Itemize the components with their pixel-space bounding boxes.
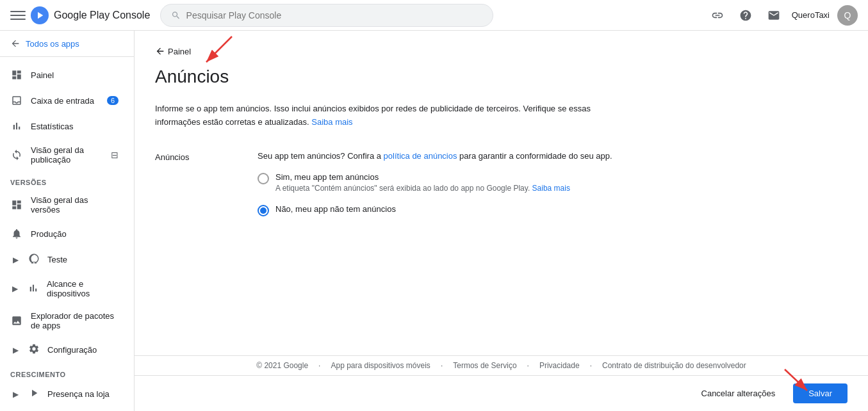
back-label: Todos os apps — [26, 39, 79, 49]
extra-icon: ⊟ — [111, 150, 119, 160]
content-area: Painel Anúncios Informe se o app — [135, 31, 868, 375]
user-chip[interactable]: QueroTaxi — [792, 10, 830, 20]
menu-icon[interactable] — [10, 8, 26, 23]
info-text-content: Informe se o app tem anúncios. Isso incl… — [155, 104, 591, 127]
radio-yes-sublabel-text: A etiqueta "Contém anúncios" será exibid… — [275, 184, 530, 193]
radio-no-option[interactable]: Não, meu app não tem anúncios — [258, 204, 770, 216]
presenca-icon — [28, 387, 40, 401]
svg-line-1 — [206, 36, 232, 62]
footer-contract-link[interactable]: Contrato de distribuição do desenvolvedo… — [602, 361, 746, 370]
radio-yes-learn-more[interactable]: Saiba mais — [532, 184, 570, 193]
sidebar-item-presenca-loja[interactable]: ▶ Presença na loja — [0, 381, 134, 407]
policy-link[interactable]: política de anúncios — [384, 151, 457, 161]
caixa-entrada-label: Caixa de entrada — [31, 96, 94, 106]
radio-yes-button[interactable] — [258, 173, 269, 184]
sidebar-item-caixa-entrada[interactable]: Caixa de entrada 6 — [0, 88, 129, 113]
back-to-all-apps[interactable]: Todos os apps — [0, 31, 134, 57]
sidebar-item-alcance[interactable]: ▶ Alcance e dispositivos — [0, 273, 134, 305]
estatisticas-label: Estatísticas — [31, 122, 73, 131]
radio-no-button[interactable] — [258, 205, 269, 216]
copyright: © 2021 Google — [256, 361, 308, 370]
sidebar-item-teste[interactable]: ▶ Teste — [0, 246, 134, 273]
teste-label: Teste — [47, 255, 67, 264]
app-header: Google Play Console QueroTaxi Q — [0, 0, 868, 31]
radio-yes-content: Sim, meu app tem anúncios A etiqueta "Co… — [275, 172, 570, 194]
form-section: Anúncios Seu app tem anúncios? Confira a… — [155, 150, 770, 227]
configuracao-label: Configuração — [47, 345, 97, 355]
alcance-label: Alcance e dispositivos — [47, 279, 124, 298]
sidebar-item-estatisticas[interactable]: Estatísticas — [0, 113, 129, 139]
back-link[interactable]: Painel — [155, 46, 191, 56]
footer-bar: © 2021 Google · App para dispositivos mó… — [135, 355, 868, 375]
form-description-suffix: para garantir a conformidade do seu app. — [457, 151, 612, 161]
estatisticas-icon — [10, 120, 23, 133]
saiba-mais-link[interactable]: Saiba mais — [311, 117, 352, 127]
crescimento-section-title: Crescimento — [0, 363, 134, 381]
sidebar-item-painel[interactable]: Painel — [0, 62, 129, 88]
page-title: Anúncios — [155, 67, 848, 87]
back-arrow-icon — [10, 38, 20, 49]
sidebar-item-visao-geral-publicacao[interactable]: Visão geral da publicação ⊟ — [0, 139, 129, 171]
expand-arrow-alcance-icon: ▶ — [10, 284, 20, 294]
expand-arrow-presenca-icon: ▶ — [10, 389, 20, 399]
painel-label: Painel — [31, 70, 54, 80]
teste-icon — [28, 253, 40, 266]
radio-yes-sublabel: A etiqueta "Contém anúncios" será exibid… — [275, 183, 570, 194]
sidebar-item-producao[interactable]: Produção — [0, 221, 129, 246]
visao-geral-publicacao-label: Visão geral da publicação — [31, 145, 103, 165]
back-arrow-small-icon — [155, 46, 165, 56]
red-arrow-annotation — [193, 33, 245, 72]
visao-geral-versoes-icon — [10, 198, 23, 211]
footer-terms-link[interactable]: Termos de Serviço — [453, 361, 516, 370]
producao-label: Produção — [31, 229, 67, 239]
radio-no-content: Não, meu app não tem anúncios — [275, 204, 396, 214]
sidebar-item-configuracao[interactable]: ▶ Configuração — [0, 337, 134, 363]
link-icon[interactable] — [707, 5, 728, 26]
painel-icon — [10, 68, 23, 81]
search-icon — [171, 10, 181, 20]
sidebar-item-explorador-pacotes[interactable]: Explorador de pacotes de apps — [0, 305, 129, 337]
search-bar[interactable] — [160, 4, 493, 27]
visao-geral-versoes-label: Visão geral das versões — [31, 195, 119, 214]
form-content: Seu app tem anúncios? Confira a política… — [258, 150, 770, 227]
visao-geral-publicacao-icon — [10, 149, 23, 161]
expand-arrow-config-icon: ▶ — [10, 345, 20, 355]
producao-icon — [10, 227, 23, 240]
caixa-entrada-badge: 6 — [107, 96, 119, 105]
action-bar: Cancelar alterações Salvar — [135, 375, 868, 411]
radio-yes-option[interactable]: Sim, meu app tem anúncios A etiqueta "Co… — [258, 172, 770, 194]
sidebar: Todos os apps Painel Caixa de entrada 6 — [0, 31, 135, 411]
sidebar-item-visao-geral-versoes[interactable]: Visão geral das versões — [0, 189, 129, 221]
explorador-icon — [10, 314, 23, 327]
main-layout: Todos os apps Painel Caixa de entrada 6 — [0, 31, 868, 411]
versoes-section-title: Versões — [0, 171, 134, 189]
content-main: Painel Anúncios Informe se o app — [135, 31, 868, 355]
footer-app-link[interactable]: App para dispositivos móveis — [331, 361, 430, 370]
expand-arrow-icon: ▶ — [10, 255, 20, 265]
form-description-prefix: Seu app tem anúncios? Confira a — [258, 151, 384, 161]
app-title: Google Play Console — [54, 10, 150, 21]
presenca-label: Presença na loja — [47, 389, 110, 399]
radio-yes-label: Sim, meu app tem anúncios — [275, 172, 570, 182]
header-left: Google Play Console — [10, 6, 150, 24]
help-icon[interactable] — [735, 5, 756, 26]
mail-icon[interactable] — [764, 5, 784, 26]
avatar[interactable]: Q — [837, 5, 858, 26]
back-link-label: Painel — [168, 47, 191, 56]
header-right: QueroTaxi Q — [707, 5, 858, 26]
radio-no-label: Não, meu app não tem anúncios — [275, 204, 396, 214]
form-label: Anúncios — [155, 150, 232, 227]
play-console-logo — [31, 6, 49, 24]
alcance-icon — [28, 282, 39, 296]
footer-privacy-link[interactable]: Privacidade — [539, 361, 580, 370]
cancel-button[interactable]: Cancelar alterações — [691, 383, 786, 403]
explorador-label: Explorador de pacotes de apps — [31, 311, 119, 330]
search-input[interactable] — [186, 10, 483, 20]
footer-links: © 2021 Google · App para dispositivos mó… — [155, 361, 848, 370]
save-button[interactable]: Salvar — [793, 383, 848, 403]
configuracao-icon — [28, 343, 40, 357]
radio-inner-dot — [260, 207, 266, 214]
form-description: Seu app tem anúncios? Confira a política… — [258, 150, 770, 163]
user-name: QueroTaxi — [792, 10, 830, 20]
content-wrapper: Painel Anúncios Informe se o app — [135, 31, 868, 411]
